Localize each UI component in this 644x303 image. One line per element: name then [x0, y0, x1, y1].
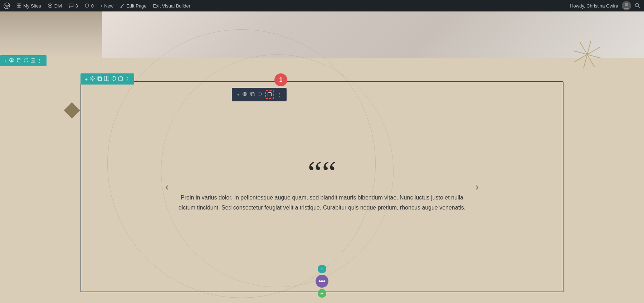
col-add-icon[interactable]: + — [85, 76, 88, 82]
divi-link[interactable]: Divi — [48, 3, 62, 9]
row-toolbar-blue: + ⋮ — [0, 55, 47, 66]
svg-point-37 — [244, 93, 245, 95]
new-label: + New — [100, 3, 113, 9]
comments-link[interactable]: 3 — [69, 3, 78, 9]
add-module-button[interactable]: ••• — [316, 275, 328, 288]
top-image-right — [102, 11, 644, 58]
svg-line-27 — [575, 42, 600, 67]
col-more-icon[interactable]: ⋮ — [125, 76, 130, 82]
my-sites-label: My Sites — [23, 3, 41, 9]
svg-rect-16 — [18, 59, 21, 62]
speech-bubble-link[interactable]: 0 — [84, 3, 94, 9]
exit-builder-label: Exit Visual Builder — [153, 3, 191, 9]
top-image-area — [0, 11, 644, 58]
row-settings-icon[interactable] — [9, 58, 14, 64]
col-toolbar-teal: + ⋮ — [80, 73, 134, 85]
module-add-icon[interactable]: + — [237, 92, 240, 97]
module-settings-icon[interactable] — [243, 92, 247, 97]
row-add-icon[interactable]: + — [4, 58, 7, 64]
svg-rect-4 — [17, 6, 19, 8]
new-button[interactable]: + New — [100, 3, 113, 9]
my-sites-link[interactable]: My Sites — [16, 3, 41, 9]
search-icon[interactable] — [635, 3, 640, 9]
svg-point-12 — [635, 4, 639, 7]
col-layout-icon[interactable] — [104, 76, 109, 82]
edit-page-label: Edit Page — [126, 3, 146, 9]
col-duplicate-icon[interactable] — [97, 76, 102, 82]
row-more-icon[interactable]: ⋮ — [37, 58, 42, 64]
bottom-add-row: + ••• + — [316, 265, 328, 298]
module-disable-icon[interactable] — [258, 92, 262, 97]
svg-rect-39 — [251, 93, 254, 96]
row-duplicate-icon[interactable] — [16, 58, 21, 64]
number-badge: 1 — [274, 73, 287, 86]
row-disable-icon[interactable] — [24, 58, 29, 64]
svg-rect-2 — [17, 4, 19, 5]
wp-logo[interactable]: W — [4, 3, 10, 9]
svg-rect-32 — [107, 76, 109, 81]
module-delete-icon[interactable] — [265, 90, 274, 99]
add-row-top-button[interactable]: + — [318, 265, 326, 273]
svg-point-7 — [85, 4, 89, 7]
edit-page-button[interactable]: Edit Page — [120, 3, 146, 9]
row-delete-icon[interactable] — [31, 58, 35, 64]
svg-rect-3 — [19, 4, 21, 5]
svg-rect-5 — [19, 6, 21, 8]
divi-label: Divi — [54, 3, 62, 9]
col-disable-icon[interactable] — [111, 76, 116, 82]
main-content: + ⋮ + — [0, 11, 644, 303]
module-more-icon[interactable]: ⋮ — [277, 92, 282, 97]
svg-rect-35 — [119, 77, 123, 81]
diamond-decoration — [64, 102, 80, 118]
testimonial-text: Proin in varius dolor. In pellentesque a… — [175, 193, 469, 212]
module-duplicate-icon[interactable] — [250, 92, 255, 97]
col-settings-icon[interactable] — [90, 76, 95, 82]
nav-arrow-right[interactable]: › — [475, 181, 479, 193]
module-toolbar-dark: + ⋮ — [232, 88, 287, 101]
add-section-button[interactable]: + — [318, 289, 326, 298]
svg-point-28 — [92, 78, 93, 79]
speech-count: 0 — [91, 3, 94, 9]
svg-rect-31 — [104, 76, 107, 81]
nav-arrow-left[interactable]: ‹ — [165, 181, 169, 193]
svg-rect-30 — [98, 77, 101, 80]
svg-point-14 — [11, 59, 13, 61]
svg-line-13 — [638, 6, 640, 8]
quote-marks: ““ — [308, 161, 336, 184]
testimonial-box: ‹ › ““ Proin in varius dolor. In pellent… — [80, 81, 564, 292]
exit-builder-button[interactable]: Exit Visual Builder — [153, 3, 191, 9]
svg-point-11 — [625, 3, 628, 6]
col-delete-icon[interactable] — [118, 76, 123, 82]
svg-rect-42 — [268, 93, 271, 96]
comments-count: 3 — [75, 3, 78, 9]
top-image-left — [0, 11, 102, 58]
howdy-label: Howdy, Christina Gwira — [570, 3, 618, 9]
avatar[interactable] — [622, 1, 631, 10]
svg-text:W: W — [5, 4, 9, 8]
admin-bar-right: Howdy, Christina Gwira — [570, 1, 640, 10]
admin-bar: W My Sites Divi 3 0 + New Edit Page Exit… — [0, 0, 644, 11]
